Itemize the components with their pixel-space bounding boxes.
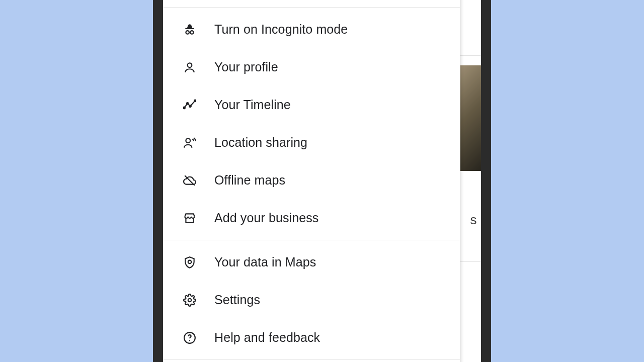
help-icon bbox=[183, 331, 196, 344]
menu-item-your-data-in-maps[interactable]: Your data in Maps bbox=[163, 243, 460, 281]
app-screen: s i bbox=[163, 0, 481, 362]
account-menu-sheet: Turn on Incognito mode Your profile bbox=[163, 0, 460, 362]
menu-item-label: Turn on Incognito mode bbox=[214, 22, 446, 37]
phone-bezel: s i bbox=[153, 0, 491, 362]
menu-item-label: Your Timeline bbox=[214, 98, 446, 112]
svg-point-4 bbox=[187, 103, 188, 104]
svg-point-10 bbox=[188, 298, 192, 302]
menu-item-label: Add your business bbox=[214, 211, 446, 225]
menu-item-label: Help and feedback bbox=[214, 330, 446, 345]
menu-item-label: Location sharing bbox=[214, 135, 446, 150]
timeline-icon bbox=[183, 99, 196, 112]
menu-item-help-and-feedback[interactable]: Help and feedback bbox=[163, 319, 460, 356]
svg-point-1 bbox=[190, 31, 194, 34]
menu-item-location-sharing[interactable]: Location sharing bbox=[163, 124, 460, 161]
storefront-icon bbox=[183, 212, 196, 225]
svg-point-2 bbox=[188, 63, 192, 67]
svg-point-7 bbox=[186, 138, 190, 143]
menu-item-label: Your profile bbox=[214, 60, 446, 74]
incognito-icon bbox=[183, 23, 196, 36]
menu-group-2: Your data in Maps Settings bbox=[163, 240, 460, 359]
menu-item-your-profile[interactable]: Your profile bbox=[163, 48, 460, 86]
privacy-shield-icon bbox=[183, 256, 196, 269]
gear-icon bbox=[183, 294, 196, 307]
background-photo-thumbnail bbox=[460, 65, 481, 171]
person-icon bbox=[183, 61, 196, 74]
menu-item-add-your-business[interactable]: Add your business bbox=[163, 199, 460, 237]
svg-point-12 bbox=[189, 340, 190, 341]
svg-point-9 bbox=[188, 260, 192, 263]
account-menu-header bbox=[163, 0, 460, 8]
page-background: s i bbox=[0, 0, 644, 362]
background-divider bbox=[458, 261, 481, 262]
background-partial-text: s i bbox=[470, 212, 481, 228]
menu-group-1: Turn on Incognito mode Your profile bbox=[163, 8, 460, 240]
menu-item-settings[interactable]: Settings bbox=[163, 281, 460, 319]
svg-point-3 bbox=[183, 107, 185, 108]
menu-item-incognito[interactable]: Turn on Incognito mode bbox=[163, 11, 460, 48]
background-divider bbox=[458, 55, 481, 56]
cloud-off-icon bbox=[183, 174, 196, 187]
menu-item-your-timeline[interactable]: Your Timeline bbox=[163, 86, 460, 124]
svg-point-5 bbox=[189, 105, 191, 107]
menu-item-offline-maps[interactable]: Offline maps bbox=[163, 161, 460, 199]
svg-point-6 bbox=[194, 100, 196, 101]
menu-group-divider bbox=[163, 359, 460, 360]
location-sharing-icon bbox=[183, 136, 196, 149]
menu-item-label: Offline maps bbox=[214, 173, 446, 188]
menu-item-label: Your data in Maps bbox=[214, 255, 446, 269]
svg-point-0 bbox=[186, 31, 189, 34]
menu-item-label: Settings bbox=[214, 293, 446, 307]
